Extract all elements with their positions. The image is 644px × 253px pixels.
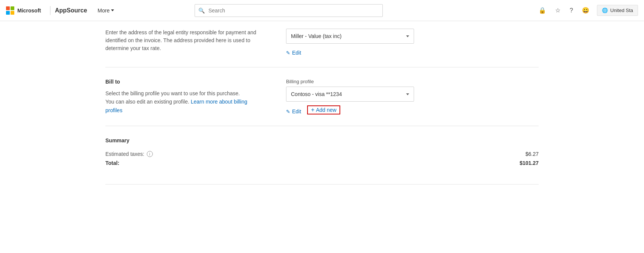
total-label-area: Total: (105, 160, 119, 166)
estimated-taxes-value: $6.27 (525, 151, 539, 157)
address-dropdown-area: Miller - Value (tax inc) ✎ Edit (286, 29, 414, 56)
estimated-taxes-row: Estimated taxes: i $6.27 (105, 151, 539, 157)
address-edit-link[interactable]: ✎ Edit (286, 50, 301, 56)
address-description-area: Enter the address of the legal entity re… (105, 29, 263, 52)
account-icon-button[interactable]: 😀 (580, 5, 591, 15)
address-dropdown-chevron (406, 35, 409, 37)
main-content: Enter the address of the legal entity re… (0, 21, 644, 184)
region-label: United Sta (610, 8, 633, 13)
bill-to-section: Bill to Select the billing profile you w… (105, 67, 539, 126)
bill-to-title: Bill to (105, 79, 263, 85)
billing-actions-row: ✎ Edit + Add new (286, 105, 414, 114)
billing-profile-dropdown[interactable]: Contoso - visa **1234 (286, 87, 414, 102)
add-new-link[interactable]: + Add new (307, 105, 340, 114)
billing-profile-value: Contoso - visa **1234 (291, 91, 342, 97)
favorites-icon-button[interactable]: ☆ (554, 5, 562, 15)
bottom-divider (105, 184, 539, 184)
billing-profile-label: Billing profile (286, 79, 414, 84)
lock-icon-button[interactable]: 🔒 (537, 5, 548, 15)
address-description: Enter the address of the legal entity re… (105, 29, 263, 52)
chevron-down-icon (111, 9, 114, 11)
microsoft-label: Microsoft (17, 8, 41, 14)
total-value: $101.27 (519, 160, 539, 166)
summary-title: Summary (105, 137, 539, 143)
address-edit-label: Edit (292, 50, 301, 56)
more-label: More (97, 8, 110, 14)
header-divider (50, 6, 50, 15)
plus-icon: + (311, 107, 314, 113)
globe-icon: 🌐 (602, 8, 608, 13)
search-icon: 🔍 (198, 8, 205, 14)
region-selector[interactable]: 🌐 United Sta (597, 5, 638, 16)
billing-profile-chevron (406, 93, 409, 95)
add-new-label: Add new (316, 107, 336, 113)
bill-to-description-area: Bill to Select the billing profile you w… (105, 79, 263, 114)
address-edit-icon: ✎ (286, 50, 290, 56)
address-section: Enter the address of the legal entity re… (105, 21, 539, 67)
billing-edit-link[interactable]: ✎ Edit (286, 108, 301, 114)
billing-edit-icon: ✎ (286, 109, 290, 114)
billing-profile-area: Billing profile Contoso - visa **1234 ✎ … (286, 79, 414, 114)
info-icon[interactable]: i (147, 151, 153, 157)
billing-edit-label: Edit (292, 108, 301, 114)
app-header: Microsoft AppSource More 🔍 🔒 ☆ ? 😀 🌐 Uni… (0, 0, 644, 21)
ms-grid-icon (6, 6, 14, 15)
address-dropdown-value: Miller - Value (tax inc) (291, 33, 341, 39)
more-menu[interactable]: More (94, 6, 117, 15)
total-row: Total: $101.27 (105, 160, 539, 166)
estimated-taxes-label-area: Estimated taxes: i (105, 151, 153, 157)
help-icon-button[interactable]: ? (568, 6, 574, 15)
header-actions: 🔒 ☆ ? 😀 🌐 United Sta (537, 5, 638, 16)
appsource-label[interactable]: AppSource (55, 7, 87, 14)
summary-section: Summary Estimated taxes: i $6.27 Total: … (105, 126, 539, 184)
microsoft-logo[interactable]: Microsoft (6, 6, 41, 15)
estimated-taxes-label: Estimated taxes: (105, 151, 145, 157)
bill-to-description: Select the billing profile you want to u… (105, 89, 248, 114)
search-input[interactable] (195, 4, 383, 17)
search-box: 🔍 (195, 4, 383, 17)
total-label: Total: (105, 160, 119, 166)
address-dropdown[interactable]: Miller - Value (tax inc) (286, 29, 414, 44)
